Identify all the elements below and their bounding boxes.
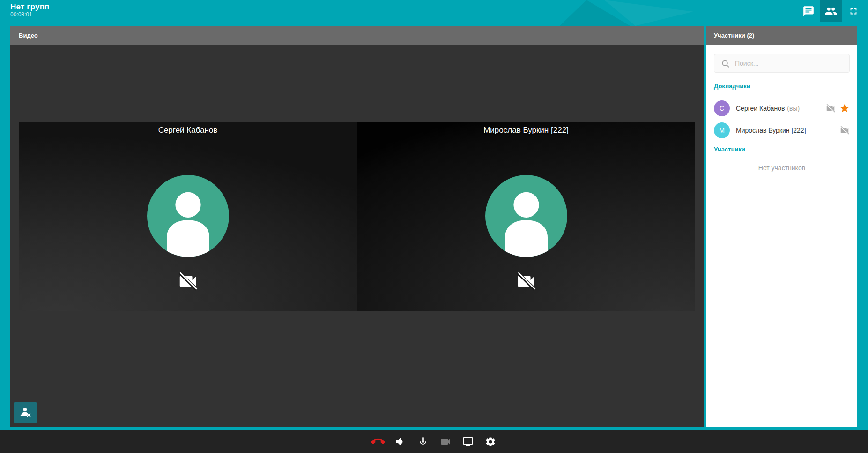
conference-app: Нет групп 00:08:01 Видео Сергей Кабанов <box>0 0 868 453</box>
fullscreen-button[interactable] <box>842 0 865 22</box>
speaker-icon <box>395 436 406 447</box>
camera-off-icon <box>173 270 203 293</box>
leave-podium-button[interactable] <box>14 402 37 423</box>
participants-panel: Участники (2) Докладчики С Сергей Кабано… <box>706 26 857 427</box>
conference-timer: 00:08:01 <box>10 11 32 18</box>
settings-button[interactable] <box>484 435 497 448</box>
participants-panel-button[interactable] <box>820 0 842 22</box>
participants-section-title: Участники <box>714 146 850 153</box>
person-icon <box>147 175 229 257</box>
participant-row[interactable]: М Мирослав Буркин [222] <box>706 119 857 141</box>
participants-icon <box>824 5 838 18</box>
person-x-icon <box>19 407 32 419</box>
participant-name-label: Мирослав Буркин [222] <box>357 126 695 135</box>
camera-off-icon <box>511 270 541 293</box>
settings-icon <box>485 436 496 447</box>
participant-avatar: С <box>714 100 730 116</box>
camera-off-icon <box>839 125 850 136</box>
speakers-section-title: Докладчики <box>714 83 850 90</box>
hangup-button[interactable] <box>371 435 385 448</box>
microphone-button[interactable] <box>416 435 430 448</box>
controls-bar <box>0 430 868 453</box>
participant-avatar: М <box>714 122 730 138</box>
avatar-placeholder <box>485 175 567 257</box>
chat-button[interactable] <box>797 0 820 22</box>
avatar-placeholder <box>147 175 229 257</box>
participant-you-suffix: (вы) <box>787 105 800 112</box>
microphone-icon <box>417 436 429 447</box>
search-box <box>714 54 850 73</box>
chat-icon <box>802 5 815 17</box>
video-panel-title: Видео <box>19 32 38 39</box>
camera-off-icon <box>825 103 836 113</box>
fullscreen-icon <box>848 6 859 16</box>
conference-title: Нет групп <box>10 2 50 12</box>
no-participants-text: Нет участников <box>706 164 857 172</box>
participants-panel-header: Участники (2) <box>706 26 857 45</box>
participant-name: Сергей Кабанов <box>736 105 785 112</box>
participant-row[interactable]: С Сергей Кабанов (вы) <box>706 97 857 119</box>
search-icon <box>720 59 731 69</box>
camera-button[interactable] <box>439 435 452 448</box>
video-tile[interactable]: Сергей Кабанов <box>19 122 357 311</box>
participant-name: Мирослав Буркин [222] <box>736 127 806 134</box>
video-panel: Видео Сергей Кабанов Мирослав Буркин [22… <box>10 26 704 427</box>
search-input[interactable] <box>714 54 849 72</box>
video-panel-header: Видео <box>10 26 704 45</box>
participant-name-label: Сергей Кабанов <box>19 126 357 135</box>
screenshare-button[interactable] <box>461 435 475 448</box>
camera-icon <box>440 436 451 447</box>
video-tiles: Сергей Кабанов Мирослав Буркин [222] <box>19 122 695 311</box>
screenshare-icon <box>462 436 474 447</box>
participants-panel-title: Участники (2) <box>714 32 754 39</box>
video-tile[interactable]: Мирослав Буркин [222] <box>357 122 695 311</box>
hangup-icon <box>371 435 385 449</box>
speakers-list: С Сергей Кабанов (вы) М Мирослав Буркин … <box>706 97 857 141</box>
moderator-star-icon <box>839 103 850 113</box>
person-icon <box>485 175 567 257</box>
speaker-button[interactable] <box>394 435 407 448</box>
